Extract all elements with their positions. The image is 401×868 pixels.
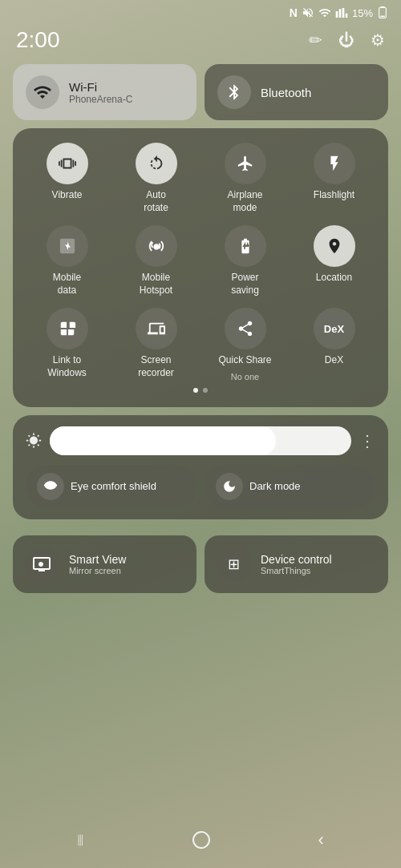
screenrec-toggle[interactable]: Screenrecorder: [121, 308, 192, 382]
bluetooth-toggle[interactable]: Bluetooth: [205, 64, 388, 120]
edit-icon[interactable]: ✏: [309, 30, 322, 50]
location-label: Location: [316, 272, 352, 285]
eye-comfort-button[interactable]: Eye comfort shield: [26, 465, 196, 508]
time-date: 2:00: [16, 27, 60, 53]
linkwindows-label: Link toWindows: [47, 354, 87, 379]
vibrate-label: Vibrate: [52, 189, 83, 202]
vibrate-icon: [47, 143, 88, 184]
wifi-label: Wi-Fi: [69, 80, 132, 94]
dex-toggle[interactable]: DeX DeX: [299, 308, 370, 382]
location-icon: [314, 225, 355, 267]
brightness-slider[interactable]: [50, 426, 351, 455]
wifi-toggle[interactable]: Wi-Fi PhoneArena-C: [13, 64, 196, 120]
brightness-icon: [26, 433, 42, 449]
powersaving-toggle[interactable]: Powersaving: [210, 225, 281, 297]
smart-view-icon: [24, 547, 59, 582]
nfc-icon: N: [290, 6, 298, 19]
quickshare-icon: [225, 308, 266, 349]
screenrec-icon: [136, 308, 177, 349]
top-toggles: Wi-Fi PhoneArena-C Bluetooth: [0, 64, 401, 120]
hotspot-label: MobileHotspot: [140, 272, 172, 297]
airplane-label: Airplanemode: [227, 189, 262, 214]
bluetooth-toggle-icon: [217, 75, 251, 109]
grid-row-3: Link toWindows Screenrecorder Quick Shar…: [22, 308, 379, 382]
mobiledata-icon: [47, 225, 88, 267]
dex-label: DeX: [325, 354, 343, 367]
signal-icon: [335, 6, 348, 19]
linkwindows-icon: [47, 308, 88, 349]
mobiledata-label: Mobiledata: [53, 272, 81, 297]
autorotate-label: Autorotate: [144, 189, 168, 214]
airplane-toggle[interactable]: Airplanemode: [210, 143, 281, 214]
hotspot-icon: [136, 225, 177, 267]
settings-icon[interactable]: ⚙: [371, 30, 385, 50]
powersaving-icon: [225, 225, 266, 267]
brightness-panel: ⋮ Eye comfort shield Dark mode: [13, 415, 388, 519]
brightness-menu-icon[interactable]: ⋮: [359, 431, 375, 450]
flashlight-icon: [314, 143, 355, 184]
status-bar: N 15%: [0, 0, 401, 22]
header-row: 2:00 ✏ ⏻ ⚙: [0, 22, 401, 64]
comfort-row: Eye comfort shield Dark mode: [26, 465, 375, 508]
wifi-sublabel: PhoneArena-C: [69, 94, 132, 105]
device-control-subtitle: SmartThings: [261, 566, 332, 575]
pagination-dots: [22, 388, 379, 393]
airplane-icon: [225, 143, 266, 184]
brightness-row: ⋮: [26, 426, 375, 455]
dot-active: [193, 388, 198, 393]
autorotate-icon: [136, 143, 177, 184]
quickshare-toggle[interactable]: Quick Share No one: [210, 308, 281, 382]
back-button[interactable]: ‹: [318, 830, 324, 850]
location-toggle[interactable]: Location: [299, 225, 370, 297]
powersaving-label: Powersaving: [231, 272, 259, 297]
linkwindows-toggle[interactable]: Link toWindows: [32, 308, 103, 382]
screenrec-label: Screenrecorder: [138, 354, 174, 379]
flashlight-label: Flashlight: [314, 189, 354, 202]
dark-mode-button[interactable]: Dark mode: [205, 465, 375, 508]
status-icons: N 15%: [290, 6, 388, 19]
smart-view-card[interactable]: Smart View Mirror screen: [13, 535, 196, 593]
dex-icon: DeX: [314, 308, 355, 349]
vibrate-toggle[interactable]: Vibrate: [32, 143, 103, 214]
quickshare-label: Quick Share: [218, 354, 271, 367]
device-control-card[interactable]: ⊞ Device control SmartThings: [205, 535, 388, 593]
main-panel: Vibrate Autorotate Airplanemode Flashlig…: [13, 128, 388, 407]
grid-row-1: Vibrate Autorotate Airplanemode Flashlig…: [22, 143, 379, 214]
dot-inactive: [203, 388, 208, 393]
bottom-cards: Smart View Mirror screen ⊞ Device contro…: [0, 527, 401, 601]
svg-rect-3: [193, 832, 209, 848]
smart-view-title: Smart View: [69, 553, 126, 566]
device-control-icon: ⊞: [216, 547, 251, 582]
device-control-title: Device control: [261, 553, 332, 566]
recents-button[interactable]: ⦀: [77, 831, 85, 850]
eye-comfort-icon: [37, 473, 64, 500]
grid-row-2: Mobiledata MobileHotspot Powersaving Loc…: [22, 225, 379, 297]
header-actions: ✏ ⏻ ⚙: [309, 30, 385, 50]
svg-rect-2: [380, 16, 385, 17]
power-icon[interactable]: ⏻: [338, 31, 354, 50]
home-button[interactable]: [191, 830, 212, 850]
dark-mode-icon: [216, 473, 243, 500]
mute-icon: [302, 6, 314, 19]
battery-level: 15%: [352, 7, 373, 19]
mobiledata-toggle[interactable]: Mobiledata: [32, 225, 103, 297]
wifi-toggle-icon: [26, 75, 59, 109]
eye-comfort-label: Eye comfort shield: [71, 480, 156, 492]
wifi-status-icon: [318, 6, 331, 19]
smart-view-subtitle: Mirror screen: [69, 566, 126, 575]
dark-mode-label: Dark mode: [249, 480, 301, 492]
flashlight-toggle[interactable]: Flashlight: [299, 143, 370, 214]
autorotate-toggle[interactable]: Autorotate: [121, 143, 192, 214]
nav-bar: ⦀ ‹: [0, 812, 401, 868]
bluetooth-label: Bluetooth: [261, 86, 311, 99]
hotspot-toggle[interactable]: MobileHotspot: [121, 225, 192, 297]
brightness-fill: [50, 426, 276, 455]
quickshare-sublabel: No one: [231, 372, 259, 382]
battery-icon: [377, 6, 388, 19]
